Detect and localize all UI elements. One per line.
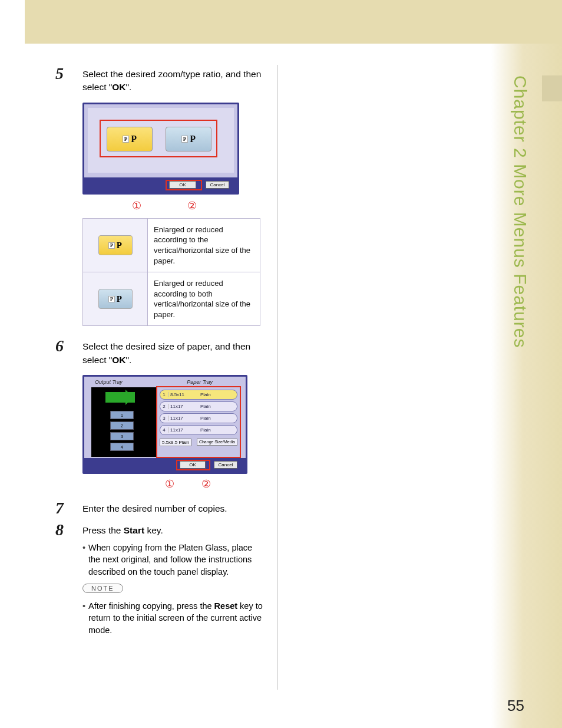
tray-option[interactable]: 1 8.5x11 Plain	[160, 390, 237, 400]
note-label: NOTE	[82, 584, 123, 593]
big-p-icon: P	[131, 134, 137, 144]
bold: OK	[112, 355, 125, 365]
content-column: 5 Select the desired zoom/type ratio, an…	[58, 68, 265, 644]
text: ".	[126, 82, 132, 92]
cancel-button[interactable]: Cancel	[206, 181, 229, 189]
step-8: 8 Press the Start key. When copying from…	[58, 524, 265, 636]
step-text: Select the desired zoom/type ratio, and …	[82, 68, 265, 94]
page-number: 55	[507, 697, 524, 715]
column-divider	[277, 65, 277, 690]
callout-markers: ① ②	[82, 477, 265, 490]
output-arrow-icon	[105, 392, 135, 403]
paper-tray-label: Paper Tray	[187, 379, 213, 385]
step-text: Press the Start key.	[82, 524, 265, 537]
tray-diagram: 1 2 3 4	[91, 387, 156, 457]
marker-1: ①	[165, 477, 174, 490]
step-7: 7 Enter the desired number of copies.	[58, 502, 265, 515]
tray-slot: 1	[110, 411, 134, 419]
tray-type: Plain	[197, 416, 237, 421]
figure-paper-tray-dialog: Output Tray Paper Tray 1 2 3 4 1 8.5x11 …	[82, 375, 247, 474]
tray-option[interactable]: 3 11x17 Plain	[160, 413, 237, 423]
bold: Reset	[214, 601, 238, 611]
tray-option[interactable]: 4 11x17 Plain	[160, 425, 237, 435]
callout-markers: ① ②	[82, 199, 265, 212]
big-p-icon: P	[190, 134, 196, 144]
tray-index: 1	[160, 392, 168, 397]
bypass-row: 5.5x8.5 Plain Change Size/Media	[160, 437, 237, 447]
text: After finishing copying, press the	[88, 601, 214, 611]
marker-1: ①	[132, 199, 141, 212]
step-text: Enter the desired number of copies.	[82, 502, 265, 515]
chapter-title-vertical: Chapter 2 More Menus Features	[507, 75, 530, 441]
tray-index: 2	[160, 404, 168, 409]
text: ".	[126, 355, 132, 365]
table-row: PP Enlarged or reduced according to both…	[83, 272, 260, 326]
tray-size: 8.5x11	[168, 392, 197, 397]
cancel-button[interactable]: Cancel	[214, 461, 237, 469]
step-5: 5 Select the desired zoom/type ratio, an…	[58, 68, 265, 94]
step-number: 5	[55, 64, 64, 83]
zoom-option-table: PP Enlarged or reduced according to the …	[82, 218, 260, 326]
text: Select the desired zoom/type ratio, and …	[82, 69, 261, 92]
header-band	[25, 0, 562, 44]
zoom-option-2-icon: PP	[98, 289, 133, 309]
text: Select the desired size of paper, and th…	[82, 341, 250, 364]
desc-cell: Enlarged or reduced according to the ver…	[148, 218, 260, 272]
zoom-option-1-icon: PP	[98, 235, 133, 255]
marker-2: ②	[187, 199, 197, 212]
step-number: 8	[55, 521, 64, 539]
bold: OK	[112, 82, 125, 92]
tray-type: Plain	[197, 392, 237, 397]
desc-cell: Enlarged or reduced according to both ve…	[148, 272, 260, 326]
marker-2: ②	[201, 477, 211, 490]
tray-type: Plain	[197, 404, 237, 409]
tray-type: Plain	[197, 427, 237, 433]
output-tray-label: Output Tray	[95, 379, 123, 385]
tray-size: 11x17	[168, 427, 197, 433]
bullet-item: After finishing copying, press the Reset…	[82, 600, 265, 636]
tray-size: 11x17	[168, 404, 197, 409]
step-6: 6 Select the desired size of paper, and …	[58, 340, 265, 367]
ok-button[interactable]: OK	[180, 461, 206, 469]
zoom-option-2-button[interactable]: P P	[166, 127, 211, 151]
zoom-option-1-button[interactable]: P P	[107, 127, 153, 151]
tray-slot: 2	[110, 421, 134, 430]
bypass-size[interactable]: 5.5x8.5 Plain	[160, 439, 191, 446]
bullet-item: When copying from the Platen Glass, plac…	[82, 542, 265, 578]
step-text: Select the desired size of paper, and th…	[82, 340, 265, 367]
tray-slot: 3	[110, 432, 134, 440]
step-number: 7	[55, 499, 64, 518]
tray-size: 11x17	[168, 416, 197, 421]
step-number: 6	[55, 337, 64, 355]
table-row: PP Enlarged or reduced according to the …	[83, 218, 260, 272]
text: Press the	[82, 525, 124, 535]
small-p-icon: P	[123, 136, 130, 143]
figure-zoom-dialog: P P P P OK Cancel	[82, 103, 239, 195]
tray-index: 3	[160, 416, 168, 421]
icon-cell: PP	[83, 272, 148, 326]
tray-option[interactable]: 2 11x17 Plain	[160, 401, 237, 411]
small-p-icon: P	[181, 136, 189, 143]
page: Chapter 2 More Menus Features 55 5 Selec…	[0, 0, 562, 728]
ok-button[interactable]: OK	[169, 181, 196, 189]
chapter-thumb-tab	[542, 75, 562, 101]
change-size-button[interactable]: Change Size/Media	[197, 439, 237, 446]
tray-slot: 4	[110, 443, 134, 451]
text: key.	[144, 525, 163, 535]
bold: Start	[124, 525, 144, 535]
icon-cell: PP	[83, 218, 148, 272]
tray-index: 4	[160, 427, 168, 433]
tray-list-highlight: 1 8.5x11 Plain 2 11x17 Plain 3 11x17 Pla…	[156, 386, 241, 458]
